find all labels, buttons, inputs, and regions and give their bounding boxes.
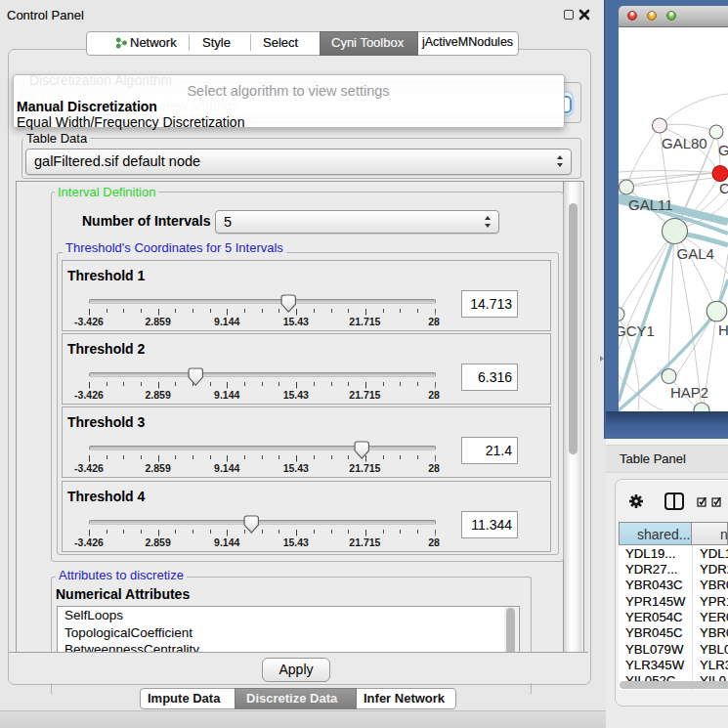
svg-text:GCY1: GCY1 (619, 322, 655, 339)
svg-text:HA: HA (718, 321, 728, 338)
svg-text:CY: CY (719, 180, 728, 196)
svg-text:GAL11: GAL11 (628, 196, 673, 213)
svg-text:GA: GA (718, 142, 728, 158)
svg-text:GAL80: GAL80 (662, 135, 707, 151)
svg-text:HAP2: HAP2 (670, 384, 708, 401)
svg-text:GAL4: GAL4 (677, 245, 714, 262)
